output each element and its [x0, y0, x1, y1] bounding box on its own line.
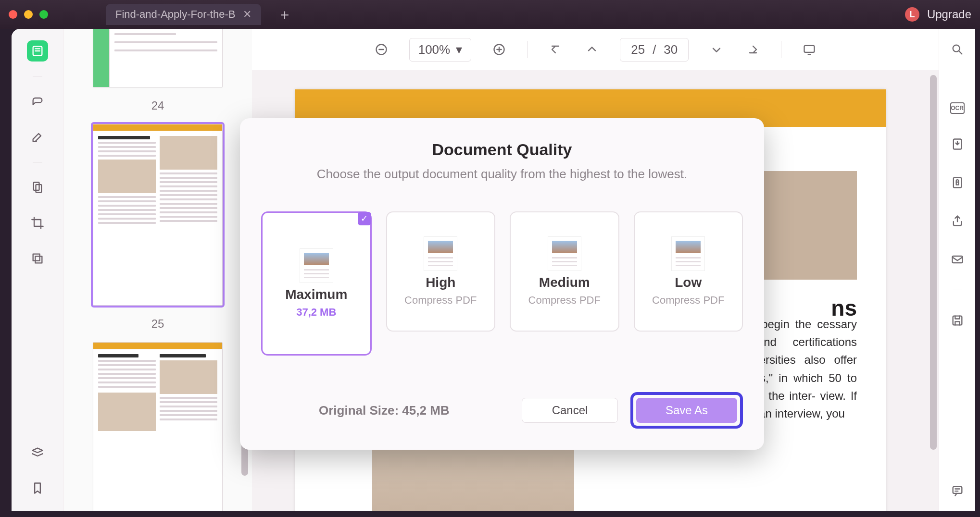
cancel-button[interactable]: Cancel: [522, 398, 618, 423]
close-tab-icon[interactable]: ✕: [243, 8, 251, 21]
quality-name: Medium: [539, 275, 590, 290]
quality-thumb-icon: [548, 236, 581, 271]
quality-thumb-icon: [300, 248, 333, 283]
upgrade-button[interactable]: Upgrade: [927, 8, 971, 21]
original-size-label: Original Size: 45,2 MB: [319, 403, 450, 418]
app-body: 24: [12, 29, 975, 511]
quality-sub: Compress PDF: [652, 294, 724, 307]
quality-option-high[interactable]: High Compress PDF: [386, 211, 496, 332]
quality-option-medium[interactable]: Medium Compress PDF: [510, 211, 619, 332]
quality-option-low[interactable]: Low Compress PDF: [634, 211, 743, 332]
quality-options: ✓ Maximum 37,2 MB High Compress PDF Medi…: [261, 211, 743, 356]
avatar[interactable]: L: [905, 7, 919, 22]
check-icon: ✓: [358, 212, 371, 225]
dialog-title: Document Quality: [261, 140, 743, 159]
document-tab[interactable]: Find-and-Apply-For-the-B ✕: [106, 4, 261, 25]
quality-sub: Compress PDF: [404, 294, 477, 307]
save-as-button[interactable]: Save As: [636, 398, 737, 423]
dialog-subtitle: Choose the output document quality from …: [261, 167, 743, 182]
title-bar: Find-and-Apply-For-the-B ✕ ＋ L Upgrade: [0, 0, 980, 29]
quality-thumb-icon: [424, 236, 457, 271]
minimize-window-icon[interactable]: [24, 10, 33, 19]
quality-name: High: [426, 275, 455, 290]
maximize-window-icon[interactable]: [39, 10, 48, 19]
tab-title: Find-and-Apply-For-the-B: [115, 8, 235, 21]
quality-option-maximum[interactable]: ✓ Maximum 37,2 MB: [261, 211, 372, 356]
close-window-icon[interactable]: [9, 10, 17, 19]
tab-bar: Find-and-Apply-For-the-B ✕ ＋: [106, 4, 905, 25]
modal-overlay: Document Quality Choose the output docum…: [12, 29, 975, 511]
traffic-lights: [9, 10, 48, 19]
add-tab-button[interactable]: ＋: [271, 5, 299, 25]
quality-sub: Compress PDF: [528, 294, 601, 307]
document-quality-dialog: Document Quality Choose the output docum…: [240, 118, 764, 450]
save-as-highlight: Save As: [630, 392, 743, 429]
quality-name: Low: [675, 275, 702, 290]
quality-thumb-icon: [671, 236, 705, 271]
quality-name: Maximum: [285, 287, 347, 302]
quality-sub: 37,2 MB: [296, 306, 336, 319]
